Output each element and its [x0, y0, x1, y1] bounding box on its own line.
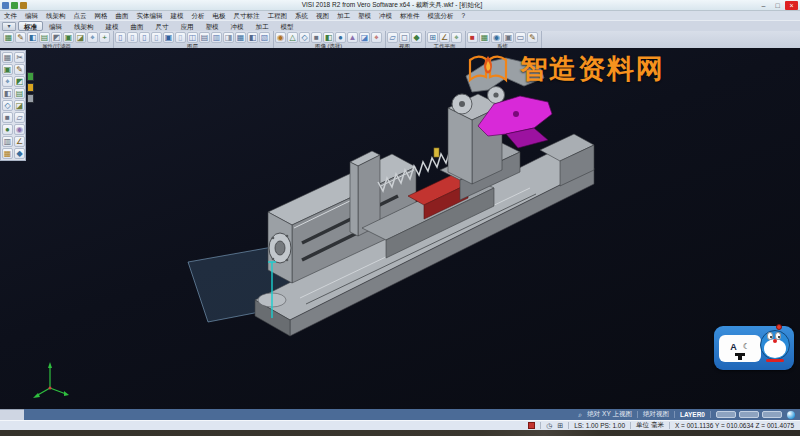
- menu-item-实体编辑[interactable]: 实体编辑: [133, 11, 167, 20]
- workplane-grid-icon[interactable]: ⊞: [427, 32, 438, 43]
- menu-item-建模[interactable]: 建模: [167, 11, 188, 20]
- color-tab-2[interactable]: [27, 94, 34, 103]
- layer-new-icon[interactable]: ▯: [115, 32, 126, 43]
- lt-sheet-icon[interactable]: ▤: [14, 88, 25, 99]
- system-panel-icon[interactable]: ▣: [503, 32, 514, 43]
- selection-filter-icon[interactable]: ▦: [3, 32, 14, 43]
- layer-merge-icon[interactable]: ◧: [247, 32, 258, 43]
- solid-mask-icon[interactable]: ▣: [63, 32, 74, 43]
- lt-surface-icon[interactable]: ◪: [14, 100, 25, 111]
- 3d-viewport[interactable]: ▦✂▣✎⌖◩◧▤◇◪■▱●◉▥∠▦◆ 智造资料网 A ☾: [0, 48, 800, 409]
- render-dot-icon[interactable]: ●: [335, 32, 346, 43]
- surface-mask-icon[interactable]: ◪: [75, 32, 86, 43]
- lt-move-icon[interactable]: ⌖: [2, 76, 13, 87]
- lt-solid-icon[interactable]: ■: [2, 112, 13, 123]
- layer-open-icon[interactable]: ▯: [127, 32, 138, 43]
- menu-item-模流分析[interactable]: 模流分析: [424, 11, 458, 20]
- tab-塑模[interactable]: 塑模: [200, 21, 225, 31]
- tab-应用[interactable]: 应用: [175, 21, 200, 31]
- lt-modify-icon[interactable]: ✎: [14, 64, 25, 75]
- view-reference[interactable]: 绝对 XY 上视图: [587, 410, 632, 419]
- lt-dim-icon[interactable]: ∠: [14, 136, 25, 147]
- menu-item-塑模[interactable]: 塑模: [354, 11, 375, 20]
- tab-加工[interactable]: 加工: [250, 21, 275, 31]
- menu-item-线架构[interactable]: 线架构: [42, 11, 70, 20]
- view-rotate-icon[interactable]: ◆: [411, 32, 422, 43]
- wireframe-mode-icon[interactable]: △: [287, 32, 298, 43]
- close-button[interactable]: ×: [785, 1, 798, 10]
- layer-blank-icon[interactable]: ▯: [175, 32, 186, 43]
- lt-select-icon[interactable]: ▦: [2, 52, 13, 63]
- workplane-origin-icon[interactable]: ⌖: [451, 32, 462, 43]
- clock-icon[interactable]: ◷: [546, 422, 552, 429]
- menu-item-加工[interactable]: 加工: [333, 11, 354, 20]
- layer-mask-icon[interactable]: ▤: [39, 32, 50, 43]
- status-swatch-1[interactable]: [739, 411, 759, 418]
- system-globe-icon[interactable]: ◉: [491, 32, 502, 43]
- lt-round-icon[interactable]: ●: [2, 124, 13, 135]
- menu-item-系统[interactable]: 系统: [291, 11, 312, 20]
- system-bar-icon[interactable]: ▭: [515, 32, 526, 43]
- layer-page-icon[interactable]: ▯: [151, 32, 162, 43]
- menu-item-视图[interactable]: 视图: [312, 11, 333, 20]
- menu-item-曲面[interactable]: 曲面: [112, 11, 133, 20]
- element-mask-icon[interactable]: ◩: [51, 32, 62, 43]
- shade-mode-icon[interactable]: ◉: [275, 32, 286, 43]
- render-sphere-icon[interactable]: [787, 411, 795, 419]
- lt-frame-icon[interactable]: ▱: [14, 112, 25, 123]
- maximize-button[interactable]: □: [771, 1, 784, 10]
- menu-item-编辑[interactable]: 编辑: [21, 11, 42, 20]
- lt-erase-icon[interactable]: ✂: [14, 52, 25, 63]
- units-readout[interactable]: 单位 毫米: [636, 421, 664, 430]
- tab-冲模[interactable]: 冲模: [225, 21, 250, 31]
- tab-编辑[interactable]: 编辑: [43, 21, 68, 31]
- render-ghost-icon[interactable]: ▲: [347, 32, 358, 43]
- layer-show-icon[interactable]: ▥: [211, 32, 222, 43]
- tab-尺寸[interactable]: 尺寸: [150, 21, 175, 31]
- save-icon[interactable]: [11, 2, 18, 9]
- view-front-icon[interactable]: ◻: [399, 32, 410, 43]
- menu-item-?[interactable]: ?: [458, 11, 470, 20]
- tab-曲面[interactable]: 曲面: [125, 21, 150, 31]
- grid-icon[interactable]: ⊞: [557, 422, 563, 429]
- system-grid-icon[interactable]: ▦: [479, 32, 490, 43]
- menu-item-标准件[interactable]: 标准件: [396, 11, 424, 20]
- layer-hide-icon[interactable]: ◨: [223, 32, 234, 43]
- lt-point-icon[interactable]: ◉: [14, 124, 25, 135]
- render-solid-icon[interactable]: ■: [311, 32, 322, 43]
- toolbar-options-dropdown[interactable]: ▾: [2, 22, 16, 31]
- hidden-line-icon[interactable]: ◇: [299, 32, 310, 43]
- status-swatch-2[interactable]: [762, 411, 782, 418]
- tab-线架构[interactable]: 线架构: [68, 21, 100, 31]
- render-target-icon[interactable]: ⌖: [371, 32, 382, 43]
- render-mixed-icon[interactable]: ◪: [359, 32, 370, 43]
- add-filter-icon[interactable]: +: [99, 32, 110, 43]
- system-stop-icon[interactable]: ■: [467, 32, 478, 43]
- tab-模型[interactable]: 模型: [275, 21, 300, 31]
- attribute-pen-icon[interactable]: ✎: [15, 32, 26, 43]
- record-icon[interactable]: [528, 422, 535, 429]
- coordinate-reference[interactable]: 绝对视图: [643, 410, 669, 419]
- menu-item-冲模[interactable]: 冲模: [375, 11, 396, 20]
- lt-measure-icon[interactable]: ◇: [2, 100, 13, 111]
- tab-标准[interactable]: 标准: [18, 21, 43, 31]
- lt-trim-icon[interactable]: ◧: [2, 88, 13, 99]
- menu-item-电极[interactable]: 电极: [209, 11, 230, 20]
- lt-check-icon[interactable]: ◩: [14, 76, 25, 87]
- menu-item-网格[interactable]: 网格: [91, 11, 112, 20]
- menu-item-尺寸标注[interactable]: 尺寸标注: [230, 11, 264, 20]
- layer-tools-icon[interactable]: ▧: [259, 32, 270, 43]
- open-icon[interactable]: [20, 2, 27, 9]
- view-iso-icon[interactable]: ▱: [387, 32, 398, 43]
- lt-text-icon[interactable]: ▥: [2, 136, 13, 147]
- snap-mask-icon[interactable]: ⌖: [87, 32, 98, 43]
- tab-建模[interactable]: 建模: [100, 21, 125, 31]
- lt-box-icon[interactable]: ▣: [2, 64, 13, 75]
- menu-item-工程图[interactable]: 工程图: [264, 11, 292, 20]
- layer-all-icon[interactable]: ▦: [235, 32, 246, 43]
- render-half-icon[interactable]: ◧: [323, 32, 334, 43]
- current-layer[interactable]: LAYER0: [680, 411, 705, 418]
- color-tab-0[interactable]: [27, 72, 34, 81]
- system-edit-icon[interactable]: ✎: [527, 32, 538, 43]
- color-mask-icon[interactable]: ◧: [27, 32, 38, 43]
